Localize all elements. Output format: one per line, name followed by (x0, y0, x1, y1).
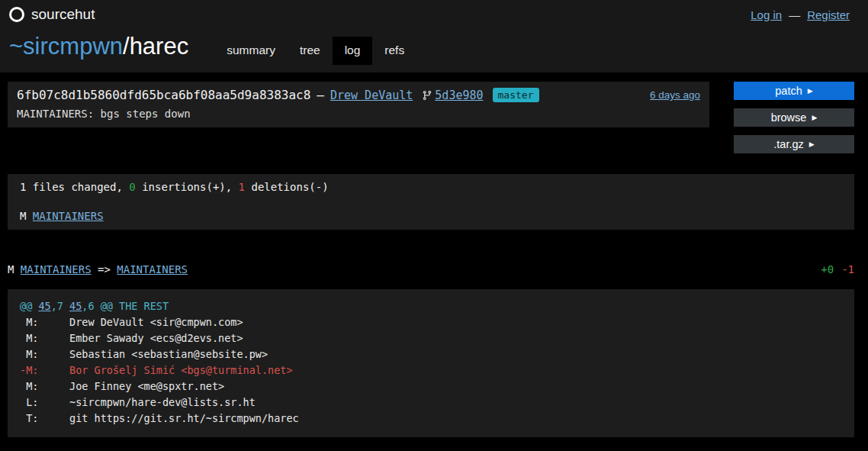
main-content: 6fb07c8d1b5860dfd65bca6bf08aa5d9a8383ac8… (0, 72, 868, 437)
diff-old-file-link[interactable]: MAINTAINERS (21, 263, 92, 275)
tab-log[interactable]: log (333, 37, 373, 65)
repo-header: ~sircmpwn/harec summary tree log refs (0, 24, 868, 65)
targz-button[interactable]: .tar.gz ▶ (734, 135, 854, 153)
insertions-count: 0 (129, 181, 135, 193)
hunk-new-count: ,6 (82, 300, 100, 312)
repo-name: /harec (123, 33, 188, 60)
diff-line: M: Sebastian <sebastian@sebsite.pw> (20, 346, 842, 362)
tab-tree[interactable]: tree (288, 37, 333, 65)
diff-arrow: => (92, 263, 117, 275)
topbar-separator: — (789, 8, 800, 21)
hunk-open: @@ (20, 300, 38, 312)
diffstat-summary: 1 files changed, 0 insertions(+), 1 dele… (20, 181, 842, 193)
topbar: sourcehut Log in — Register (0, 0, 868, 24)
site-header: sourcehut Log in — Register ~sircmpwn/ha… (0, 0, 868, 72)
brand-link[interactable]: sourcehut (31, 6, 95, 23)
register-link[interactable]: Register (807, 8, 850, 21)
diff-file-header: M MAINTAINERS => MAINTAINERS +0 -1 (8, 263, 854, 275)
patch-button-label: patch (775, 85, 802, 97)
added-count: +0 (821, 263, 834, 275)
diff-line: M: Ember Sawady <ecs@d2evs.net> (20, 330, 842, 346)
parent-commit-link[interactable]: 5d3e980 (435, 89, 483, 102)
deletions-count: 1 (239, 181, 245, 193)
browse-button-label: browse (771, 111, 807, 124)
login-link[interactable]: Log in (751, 8, 782, 21)
patch-button[interactable]: patch ▶ (734, 82, 854, 100)
targz-button-label: .tar.gz (773, 138, 804, 150)
new-line-number-link[interactable]: 45 (69, 300, 82, 312)
commit-hash: 6fb07c8d1b5860dfd65bca6bf08aa5d9a8383ac8 (17, 88, 310, 102)
repo-tabs: summary tree log refs (214, 37, 416, 65)
git-branch-icon (422, 90, 432, 101)
old-line-number-link[interactable]: 45 (38, 300, 50, 312)
commit-separator: — (317, 88, 324, 102)
diff-new-file-link[interactable]: MAINTAINERS (117, 263, 188, 275)
removed-count: -1 (841, 263, 854, 275)
caret-right-icon: ▶ (808, 88, 813, 95)
browse-button[interactable]: browse ▶ (734, 108, 854, 127)
files-changed-text: 1 files changed, (20, 181, 129, 193)
commit-header-line: 6fb07c8d1b5860dfd65bca6bf08aa5d9a8383ac8… (17, 88, 700, 102)
branch-badge[interactable]: master (493, 88, 539, 102)
diff-line: -M: Bor Grošelj Simić <bgs@turminal.net> (20, 362, 842, 379)
diffstat-file-row: M MAINTAINERS (20, 210, 842, 222)
commit-message: MAINTAINERS: bgs steps down (17, 108, 700, 120)
changed-file-link[interactable]: MAINTAINERS (33, 210, 104, 222)
page-title: ~sircmpwn/harec (9, 34, 188, 65)
account-links: Log in — Register (751, 8, 850, 21)
diff-panel: @@ 45,7 45,6 @@ THE REST M: Drew DeVault… (8, 289, 854, 437)
commit-panel: 6fb07c8d1b5860dfd65bca6bf08aa5d9a8383ac8… (8, 82, 709, 127)
diff-file-mode: M (8, 263, 21, 275)
diffstat-panel: 1 files changed, 0 insertions(+), 1 dele… (8, 174, 854, 230)
repo-owner-link[interactable]: ~sircmpwn (9, 33, 123, 60)
tab-summary[interactable]: summary (214, 37, 288, 65)
diff-file-names: M MAINTAINERS => MAINTAINERS (8, 263, 188, 275)
hunk-header: @@ 45,7 45,6 @@ THE REST (20, 298, 842, 314)
diff-counts: +0 -1 (821, 263, 854, 275)
caret-right-icon: ▶ (809, 141, 815, 148)
commit-author-link[interactable]: Drew DeVault (330, 89, 413, 102)
diff-line: L: ~sircmpwn/hare-dev@lists.sr.ht (20, 395, 842, 411)
diff-line: M: Drew DeVault <sir@cmpwn.com> (20, 314, 842, 330)
file-mode: M (20, 210, 33, 222)
caret-right-icon: ▶ (812, 114, 817, 121)
hunk-old-count: ,7 (51, 300, 69, 312)
tab-refs[interactable]: refs (372, 37, 416, 65)
commit-actions: patch ▶ browse ▶ .tar.gz ▶ (734, 82, 854, 153)
commit-date-link[interactable]: 6 days ago (650, 89, 700, 101)
sourcehut-logo[interactable] (9, 7, 24, 22)
diff-line: T: git https://git.sr.ht/~sircmpwn/harec (20, 411, 842, 427)
insertions-text: insertions(+), (136, 181, 239, 193)
diff-line: M: Joe Finney <me@spxtr.net> (20, 379, 842, 395)
deletions-text: deletions(-) (245, 181, 329, 193)
hunk-context: @@ THE REST (101, 300, 169, 312)
